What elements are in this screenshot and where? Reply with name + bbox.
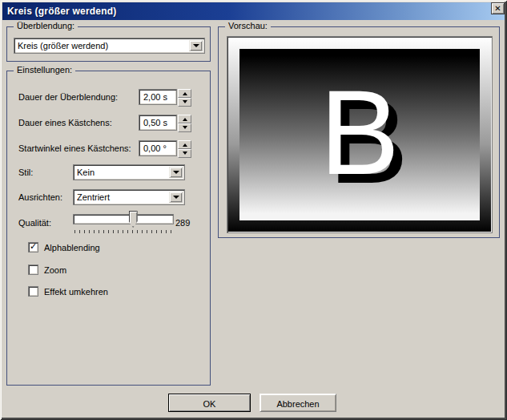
- transition-combobox-value: Kreis (größer werdend): [18, 41, 187, 50]
- ausrichten-combobox-value: Zentriert: [77, 192, 167, 202]
- stil-combobox-value: Kein: [77, 168, 167, 177]
- arrow-down-icon: [183, 151, 187, 157]
- start-angle-spin-buttons: [178, 140, 191, 156]
- arrow-up-icon: [183, 115, 187, 121]
- quality-slider-ticks: [74, 230, 172, 233]
- start-angle-spinner[interactable]: 0,00 °: [139, 140, 191, 156]
- dialog-window: Kreis (größer werdend) ✕ Überblendung: K…: [0, 0, 507, 420]
- close-button[interactable]: ✕: [491, 2, 505, 14]
- group-ueberblendung-label: Überblendung:: [14, 21, 78, 30]
- zoom-label: Zoom: [44, 265, 66, 275]
- transition-combobox-button[interactable]: [189, 40, 203, 51]
- spin-up-button[interactable]: [178, 115, 191, 123]
- quality-value: 289: [175, 218, 190, 228]
- duration-box-spinner[interactable]: 0,50 s: [139, 115, 191, 131]
- group-einstellungen: Einstellungen: Dauer der Überblendung: 2…: [6, 71, 211, 386]
- effekt-umkehren-checkbox[interactable]: ✓: [28, 286, 38, 297]
- alphablending-checkbox[interactable]: ✓: [28, 242, 38, 252]
- start-angle-label: Startwinkel eines Kästchens:: [18, 143, 131, 153]
- stil-combobox[interactable]: Kein: [73, 164, 185, 180]
- duration-transition-label: Dauer der Überblendung:: [18, 92, 118, 102]
- chevron-down-icon: [173, 196, 179, 202]
- close-icon: ✕: [494, 5, 501, 13]
- effekt-umkehren-label: Effekt umkehren: [44, 287, 108, 297]
- duration-transition-spin-buttons: [178, 89, 191, 105]
- qualitaet-label: Qualität:: [18, 218, 51, 228]
- quality-slider[interactable]: [73, 211, 174, 235]
- duration-box-label: Dauer eines Kästchens:: [18, 118, 112, 127]
- preview-image: B: [239, 49, 480, 220]
- window-title: Kreis (größer werdend): [2, 6, 116, 17]
- group-einstellungen-label: Einstellungen:: [14, 65, 75, 75]
- ok-button[interactable]: OK: [168, 394, 251, 412]
- ausrichten-label: Ausrichten:: [18, 192, 62, 202]
- stil-label: Stil:: [18, 168, 33, 177]
- ausrichten-combobox[interactable]: Zentriert: [73, 189, 185, 205]
- spin-down-button[interactable]: [178, 123, 191, 132]
- preview-letter: B: [320, 72, 400, 192]
- checkbox-row-effekt-umkehren[interactable]: ✓ Effekt umkehren: [28, 286, 108, 297]
- arrow-down-icon: [183, 126, 187, 131]
- group-ueberblendung: Überblendung: Kreis (größer werdend): [6, 26, 211, 62]
- duration-box-spin-buttons: [178, 115, 191, 131]
- checkbox-row-alphablending[interactable]: ✓ Alphablending: [28, 242, 100, 252]
- start-angle-input[interactable]: 0,00 °: [139, 140, 177, 156]
- spin-up-button[interactable]: [178, 89, 191, 98]
- quality-slider-track[interactable]: [73, 214, 174, 224]
- duration-transition-spinner[interactable]: 2,00 s: [139, 89, 191, 105]
- ausrichten-combobox-button[interactable]: [169, 192, 183, 203]
- spin-up-button[interactable]: [178, 140, 191, 149]
- duration-box-input[interactable]: 0,50 s: [139, 115, 177, 131]
- preview-panel: B: [227, 36, 493, 233]
- arrow-down-icon: [183, 100, 187, 106]
- chevron-down-icon: [193, 44, 199, 50]
- spin-down-button[interactable]: [178, 98, 191, 107]
- checkbox-row-zoom[interactable]: ✓ Zoom: [28, 265, 66, 275]
- group-vorschau-label: Vorschau:: [225, 21, 271, 30]
- arrow-up-icon: [183, 90, 187, 95]
- transition-combobox[interactable]: Kreis (größer werdend): [14, 38, 205, 54]
- duration-transition-input[interactable]: 2,00 s: [139, 89, 177, 105]
- cancel-button[interactable]: Abbrechen: [260, 394, 336, 412]
- title-bar[interactable]: Kreis (größer werdend): [2, 2, 505, 20]
- chevron-down-icon: [173, 171, 179, 177]
- quality-slider-thumb[interactable]: [129, 211, 138, 228]
- spin-down-button[interactable]: [178, 149, 191, 158]
- stil-combobox-button[interactable]: [169, 167, 183, 178]
- alphablending-label: Alphablending: [44, 243, 100, 252]
- group-vorschau: Vorschau: B: [218, 26, 500, 238]
- checkmark-icon: ✓: [30, 242, 37, 251]
- zoom-checkbox[interactable]: ✓: [28, 265, 38, 275]
- arrow-up-icon: [183, 141, 187, 147]
